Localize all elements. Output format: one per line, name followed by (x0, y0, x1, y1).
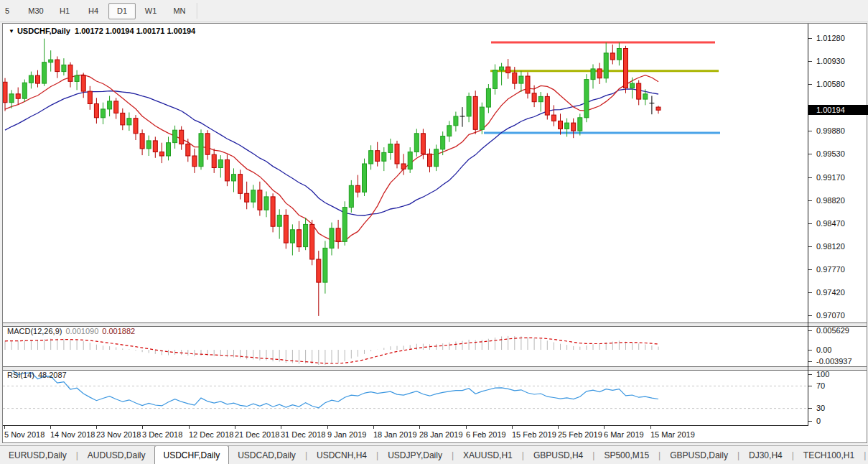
date-axis-tick (373, 426, 374, 429)
candle-body (225, 160, 229, 181)
chart-tab-usdcnh[interactable]: USDCNH,H4 (308, 446, 375, 464)
rsi-axis-tick (808, 408, 812, 409)
price-axis-label: 1.01280 (816, 34, 845, 42)
candle-body (42, 62, 47, 83)
rsi-axis-label: 30 (816, 404, 825, 412)
candle-body (355, 185, 360, 192)
candle-body (591, 69, 595, 80)
price-axis-tick (808, 269, 812, 270)
date-axis-tick (419, 426, 420, 429)
date-axis-tick (4, 426, 5, 429)
candle-body (108, 101, 112, 109)
price-axis-tick (808, 154, 812, 154)
candle-body (597, 69, 602, 78)
candle-body (375, 151, 380, 162)
candle-body (62, 65, 66, 71)
rsi-axis-tick (808, 421, 812, 422)
rsi-axis-tick (808, 386, 812, 386)
price-axis-tick (808, 61, 812, 62)
date-axis-label: 25 Feb 2019 (558, 430, 602, 439)
price-axis-tick (808, 246, 812, 247)
panel-splitter-2[interactable] (3, 366, 867, 371)
chart-tab-usdjpy[interactable]: USDJPY,Daily (379, 446, 451, 464)
candle-body (643, 94, 648, 99)
date-axis-label: 6 Feb 2019 (466, 430, 506, 439)
candle-body (349, 185, 353, 207)
candle-body (408, 152, 412, 170)
candle-body (297, 230, 302, 247)
date-axis-label: 18 Jan 2019 (373, 430, 417, 439)
chart-tab-xauusd[interactable]: XAUUSD,H1 (454, 446, 521, 464)
chart-tab-gbpusd[interactable]: GBPUSD,Daily (661, 446, 737, 464)
price-axis-tick (808, 292, 812, 293)
price-axis-tick (808, 177, 812, 178)
candle-body (454, 116, 458, 126)
price-axis-tick (808, 84, 812, 85)
candle-body (500, 67, 504, 70)
chart-tab-gbpusd[interactable]: GBPUSD,H4 (525, 446, 592, 464)
macd-panel[interactable]: MACD(12,26,9)0.0010900.001882 (3, 325, 808, 366)
rsi-label: RSI(14)48.2087 (7, 371, 67, 379)
candle-body (656, 107, 661, 110)
candle-body (513, 73, 517, 83)
candle-body (258, 190, 262, 210)
rsi-value: 48.2087 (38, 371, 67, 379)
chart-dropdown-icon[interactable]: ▼ (9, 28, 14, 34)
candle-body (369, 151, 373, 164)
candle-body (493, 70, 498, 89)
chart-tab-audusd[interactable]: AUDUSD,Daily (79, 446, 154, 464)
date-axis-label: 3 Dec 2018 (142, 430, 182, 439)
macd-main-value: 0.001090 (65, 327, 98, 335)
candle-body (140, 134, 144, 149)
candle-body (173, 130, 177, 142)
timeframe-button-h4[interactable]: H4 (80, 3, 107, 19)
price-axis-tick (808, 223, 812, 224)
candle-body (434, 149, 439, 167)
candle-body (330, 228, 334, 249)
candle-body (127, 119, 131, 125)
ma-fast-line (5, 75, 658, 242)
price-axis-label: 0.99170 (816, 173, 845, 182)
panel-splitter-1[interactable] (3, 323, 867, 327)
candle-body (81, 75, 85, 91)
timeframe-button-d1[interactable]: D1 (108, 3, 136, 19)
rsi-chart (3, 369, 808, 425)
price-axis-label: 0.98820 (816, 196, 845, 205)
rsi-line (5, 370, 658, 408)
timeframe-button-w1[interactable]: W1 (137, 3, 164, 19)
candle-body (212, 154, 216, 167)
date-axis-tick (50, 426, 51, 429)
date-axis-label: 21 Dec 2018 (235, 430, 279, 439)
date-axis-tick (466, 426, 467, 429)
candle-body (199, 134, 203, 167)
candle-body (467, 96, 471, 116)
chart-tab-usdchf[interactable]: USDCHF,Daily (154, 445, 230, 464)
candle-body (22, 83, 27, 98)
candlestick-chart (3, 24, 808, 323)
chart-tab-sp500[interactable]: SP500,M15 (595, 446, 658, 464)
date-axis: 5 Nov 201814 Nov 201823 Nov 20183 Dec 20… (3, 425, 808, 442)
rsi-panel[interactable]: RSI(14)48.2087 (3, 369, 808, 425)
chart-tab-eurusd[interactable]: EURUSD,Daily (0, 446, 75, 464)
timeframe-button-h1[interactable]: H1 (51, 3, 78, 19)
chart-tab-tech100[interactable]: TECH100,H1 (795, 446, 863, 464)
date-axis-label: 31 Dec 2018 (281, 430, 325, 439)
chart-tab-usdcad[interactable]: USDCAD,Daily (229, 446, 304, 464)
date-axis-label: 28 Jan 2019 (419, 430, 463, 439)
chart-symbol-title: ▼USDCHF,Daily 1.00172 1.00194 1.00171 1.… (9, 27, 195, 35)
candle-body (186, 144, 190, 157)
candle-body (545, 96, 549, 115)
timeframe-button-m30[interactable]: M30 (22, 3, 50, 19)
price-axis-tick (808, 315, 812, 316)
candle-body (310, 224, 314, 259)
timeframe-button-5[interactable]: 5 (0, 3, 21, 19)
candle-body (205, 134, 210, 154)
candle-body (9, 94, 14, 103)
candle-body (414, 134, 419, 152)
date-axis-tick (604, 426, 605, 429)
chart-tab-dj30[interactable]: DJ30,H4 (740, 446, 791, 464)
timeframe-button-mn[interactable]: MN (166, 3, 193, 19)
candle-body (68, 65, 73, 81)
price-axis-tick (808, 200, 812, 201)
main-chart-panel[interactable] (3, 24, 808, 323)
